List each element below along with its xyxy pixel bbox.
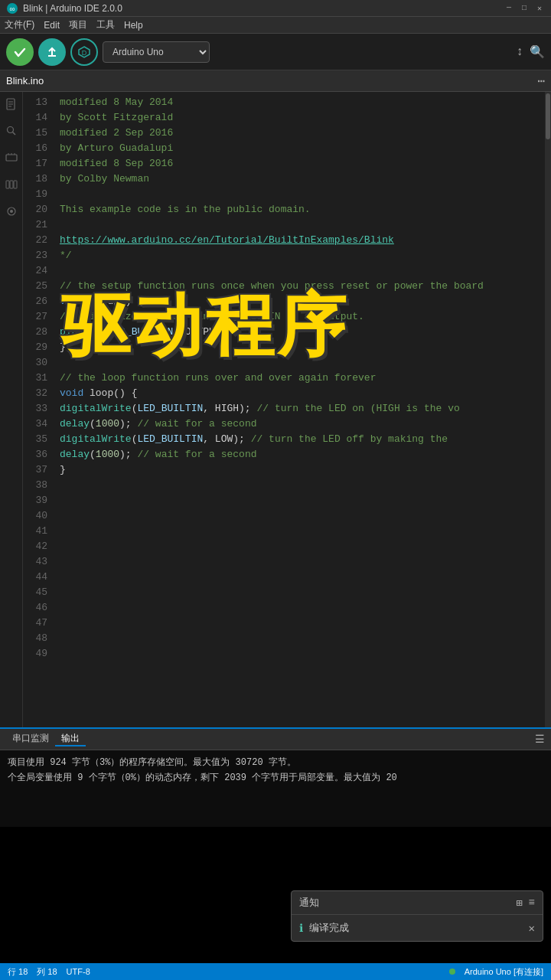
code-line-26: void setup() { (60, 294, 539, 309)
notification-panel: 通知 ⊞ ≡ ℹ 编译完成 ✕ (291, 890, 543, 942)
code-line-24 (60, 263, 539, 279)
code-line-22: https://www.arduino.cc/en/Tutorial/Built… (60, 233, 539, 248)
code-line-42 (60, 539, 539, 554)
notification-close-button[interactable]: ✕ (529, 922, 535, 935)
title-text: Blink | Arduino IDE 2.0.0 (23, 3, 122, 14)
svg-text:D: D (82, 49, 87, 57)
title-bar: ∞ Blink | Arduino IDE 2.0.0 ─ □ ✕ (0, 0, 551, 17)
code-line-40 (60, 508, 539, 524)
tab-blink[interactable]: Blink.ino (6, 75, 44, 87)
status-col: 列 18 (37, 966, 57, 978)
svg-rect-16 (6, 181, 9, 188)
verify-button[interactable] (6, 38, 34, 66)
code-line-27: // initialize digital pin LED_BUILTIN as… (60, 309, 539, 325)
menu-help[interactable]: Help (124, 20, 143, 31)
status-board: Arduino Uno [有连接] (465, 966, 543, 978)
notification-icons: ⊞ ≡ (516, 897, 535, 910)
minimize-button[interactable]: ─ (504, 3, 514, 14)
code-line-20: This example code is in the public domai… (60, 202, 539, 217)
svg-point-20 (10, 210, 13, 213)
code-line-39 (60, 493, 539, 508)
menu-bar: 文件(F) Edit 项目 工具 Help (0, 17, 551, 34)
code-lines: modified 8 May 2014 by Scott Fitzgerald … (54, 92, 545, 727)
code-line-47 (60, 616, 539, 631)
notification-expand-icon[interactable]: ⊞ (516, 897, 522, 910)
status-row: 行 18 (8, 966, 28, 978)
code-line-46 (60, 600, 539, 616)
code-line-30 (60, 355, 539, 371)
code-area[interactable]: 1314151617 1819202122 2324252627 2829303… (23, 92, 551, 727)
code-line-41 (60, 524, 539, 539)
code-line-19 (60, 187, 539, 202)
code-line-45 (60, 585, 539, 600)
code-line-13: modified 8 May 2014 (60, 95, 539, 110)
code-line-32: void loop() { (60, 386, 539, 401)
serial-monitor-icon[interactable]: ↕ (516, 45, 523, 59)
code-line-49 (60, 646, 539, 662)
maximize-button[interactable]: □ (519, 3, 530, 14)
menu-file[interactable]: 文件(F) (5, 18, 34, 31)
code-line-43 (60, 554, 539, 570)
sidebar-debug-icon[interactable] (5, 205, 18, 221)
code-line-38 (60, 478, 539, 493)
svg-line-11 (12, 132, 15, 136)
line-numbers: 1314151617 1819202122 2324252627 2829303… (23, 92, 54, 727)
code-line-16: by Arturo Guadalupi (60, 141, 539, 156)
close-button[interactable]: ✕ (534, 3, 545, 14)
svg-rect-17 (10, 181, 13, 188)
notification-message-text: 编译完成 (309, 921, 349, 935)
code-line-35: digitalWrite(LED_BUILTIN, LOW); // turn … (60, 432, 539, 447)
console-area: 串口监测 输出 ☰ 项目使用 924 字节（3%）的程序存储空间。最大值为 30… (0, 727, 551, 980)
console-tab-right: ☰ (535, 733, 545, 746)
menu-tools[interactable]: 工具 (96, 18, 115, 31)
svg-rect-12 (6, 155, 17, 161)
code-line-36: delay(1000); // wait for a second (60, 447, 539, 462)
code-line-37: } (60, 462, 539, 478)
sidebar (0, 92, 23, 727)
code-line-28: pinMode(LED_BUILTIN, OUTPUT); (60, 325, 539, 340)
code-line-23: */ (60, 248, 539, 263)
code-content: 1314151617 1819202122 2324252627 2829303… (23, 92, 551, 727)
app-icon: ∞ (6, 2, 18, 15)
search-icon[interactable]: 🔍 (530, 44, 545, 60)
status-right: Arduino Uno [有连接] (449, 966, 543, 978)
window-controls[interactable]: ─ □ ✕ (504, 3, 545, 14)
sidebar-board-icon[interactable] (5, 152, 18, 168)
code-line-18: by Colby Newman (60, 172, 539, 187)
console-tab-serial[interactable]: 串口监测 (6, 732, 55, 745)
upload-button[interactable] (38, 38, 66, 66)
code-line-15: modified 2 Sep 2016 (60, 126, 539, 141)
sidebar-files-icon[interactable] (5, 98, 18, 114)
code-line-17: modified 8 Sep 2016 (60, 156, 539, 172)
console-output: 项目使用 924 字节（3%）的程序存储空间。最大值为 30720 字节。 个全… (0, 750, 551, 827)
console-line-2: 个全局变量使用 9 个字节（0%）的动态内存，剩下 2039 个字节用于局部变量… (8, 770, 543, 786)
menu-edit[interactable]: Edit (44, 20, 60, 31)
code-line-25: // the setup function runs once when you… (60, 279, 539, 294)
scrollbar-thumb[interactable] (546, 93, 550, 139)
editor-area: 1314151617 1819202122 2324252627 2829303… (0, 92, 551, 727)
code-line-31: // the loop function runs over and over … (60, 371, 539, 386)
debug-button[interactable]: D (70, 38, 98, 66)
svg-text:∞: ∞ (9, 5, 15, 13)
scrollbar[interactable] (545, 92, 551, 727)
title-bar-left: ∞ Blink | Arduino IDE 2.0.0 (6, 2, 122, 15)
console-list-icon[interactable]: ☰ (535, 733, 545, 746)
board-selector[interactable]: Arduino Uno (103, 41, 210, 63)
code-line-29: } (60, 340, 539, 355)
status-encoding: UTF-8 (67, 967, 90, 976)
code-line-21 (60, 217, 539, 233)
code-line-44 (60, 570, 539, 585)
status-bar: 行 18 列 18 UTF-8 Arduino Uno [有连接] (0, 963, 551, 980)
sidebar-library-icon[interactable] (5, 178, 18, 194)
tab-menu-icon[interactable]: ⋯ (537, 74, 545, 89)
notification-info-icon: ℹ (299, 922, 303, 935)
menu-project[interactable]: 项目 (69, 18, 87, 31)
console-tabs: 串口监测 输出 ☰ (0, 729, 551, 750)
toolbar: D Arduino Uno ↕ 🔍 (0, 34, 551, 70)
svg-point-10 (7, 127, 13, 133)
console-tab-output[interactable]: 输出 (55, 732, 86, 746)
notification-header: 通知 ⊞ ≡ (292, 891, 543, 915)
code-line-14: by Scott Fitzgerald (60, 110, 539, 126)
sidebar-search-icon[interactable] (5, 125, 18, 141)
notification-menu-icon[interactable]: ≡ (529, 897, 535, 910)
